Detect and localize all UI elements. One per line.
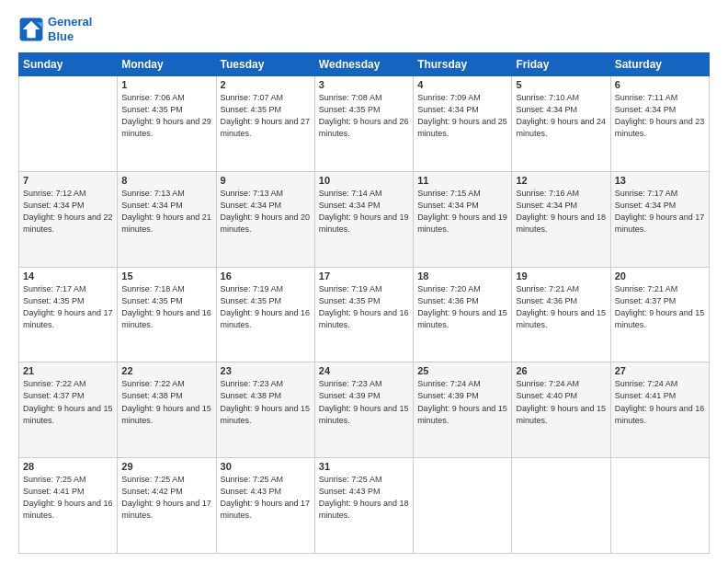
day-number: 25 [417, 365, 507, 376]
logo-icon [18, 17, 44, 42]
day-number: 11 [417, 175, 507, 186]
day-info: Sunrise: 7:13 AMSunset: 4:34 PMDaylight:… [121, 188, 211, 236]
day-info: Sunrise: 7:24 AMSunset: 4:40 PMDaylight:… [516, 378, 606, 426]
day-info: Sunrise: 7:21 AMSunset: 4:36 PMDaylight:… [516, 283, 606, 331]
calendar-cell: 17Sunrise: 7:19 AMSunset: 4:35 PMDayligh… [314, 267, 413, 362]
day-number: 7 [23, 175, 113, 186]
day-info: Sunrise: 7:19 AMSunset: 4:35 PMDaylight:… [221, 283, 311, 331]
calendar-cell: 16Sunrise: 7:19 AMSunset: 4:35 PMDayligh… [216, 267, 314, 362]
calendar-cell: 26Sunrise: 7:24 AMSunset: 4:40 PMDayligh… [512, 362, 610, 458]
day-info: Sunrise: 7:06 AMSunset: 4:35 PMDaylight:… [121, 92, 211, 140]
day-info: Sunrise: 7:18 AMSunset: 4:35 PMDaylight:… [121, 283, 211, 331]
calendar-cell: 6Sunrise: 7:11 AMSunset: 4:34 PMDaylight… [610, 76, 709, 172]
day-number: 10 [319, 175, 409, 186]
calendar-cell: 28Sunrise: 7:25 AMSunset: 4:41 PMDayligh… [19, 458, 118, 554]
day-info: Sunrise: 7:11 AMSunset: 4:34 PMDaylight:… [615, 92, 705, 140]
calendar-cell: 20Sunrise: 7:21 AMSunset: 4:37 PMDayligh… [610, 267, 709, 362]
day-number: 1 [121, 79, 211, 90]
weekday-header-monday: Monday [118, 53, 216, 76]
calendar-cell: 1Sunrise: 7:06 AMSunset: 4:35 PMDaylight… [118, 76, 216, 172]
day-number: 5 [516, 79, 606, 90]
day-info: Sunrise: 7:20 AMSunset: 4:36 PMDaylight:… [417, 283, 507, 331]
calendar-cell [610, 458, 709, 554]
calendar-cell: 21Sunrise: 7:22 AMSunset: 4:37 PMDayligh… [19, 362, 118, 458]
day-number: 3 [319, 79, 409, 90]
day-info: Sunrise: 7:24 AMSunset: 4:41 PMDaylight:… [615, 378, 705, 426]
week-row-5: 28Sunrise: 7:25 AMSunset: 4:41 PMDayligh… [19, 458, 710, 554]
weekday-header-sunday: Sunday [19, 53, 118, 76]
day-info: Sunrise: 7:22 AMSunset: 4:38 PMDaylight:… [121, 378, 211, 426]
day-number: 30 [221, 461, 311, 472]
day-info: Sunrise: 7:14 AMSunset: 4:34 PMDaylight:… [319, 188, 409, 236]
calendar: SundayMondayTuesdayWednesdayThursdayFrid… [18, 52, 710, 554]
day-number: 28 [23, 461, 113, 472]
calendar-cell: 3Sunrise: 7:08 AMSunset: 4:35 PMDaylight… [314, 76, 413, 172]
day-number: 13 [615, 175, 705, 186]
calendar-cell: 12Sunrise: 7:16 AMSunset: 4:34 PMDayligh… [512, 171, 610, 267]
day-number: 24 [319, 365, 409, 376]
calendar-cell: 10Sunrise: 7:14 AMSunset: 4:34 PMDayligh… [314, 171, 413, 267]
day-number: 15 [121, 270, 211, 282]
day-info: Sunrise: 7:10 AMSunset: 4:34 PMDaylight:… [516, 92, 606, 140]
calendar-cell: 8Sunrise: 7:13 AMSunset: 4:34 PMDaylight… [118, 171, 216, 267]
day-number: 19 [516, 270, 606, 282]
calendar-cell: 2Sunrise: 7:07 AMSunset: 4:35 PMDaylight… [216, 76, 314, 172]
day-number: 23 [221, 365, 311, 376]
calendar-cell: 23Sunrise: 7:23 AMSunset: 4:38 PMDayligh… [216, 362, 314, 458]
day-info: Sunrise: 7:12 AMSunset: 4:34 PMDaylight:… [23, 188, 113, 236]
day-info: Sunrise: 7:17 AMSunset: 4:35 PMDaylight:… [23, 283, 113, 331]
page: General Blue SundayMondayTuesdayWednesda… [0, 0, 728, 563]
day-info: Sunrise: 7:23 AMSunset: 4:39 PMDaylight:… [319, 378, 409, 426]
day-number: 14 [23, 270, 113, 282]
day-number: 4 [417, 79, 507, 90]
calendar-cell: 15Sunrise: 7:18 AMSunset: 4:35 PMDayligh… [118, 267, 216, 362]
calendar-cell: 29Sunrise: 7:25 AMSunset: 4:42 PMDayligh… [118, 458, 216, 554]
calendar-cell: 25Sunrise: 7:24 AMSunset: 4:39 PMDayligh… [414, 362, 512, 458]
day-info: Sunrise: 7:08 AMSunset: 4:35 PMDaylight:… [319, 92, 409, 140]
calendar-cell: 24Sunrise: 7:23 AMSunset: 4:39 PMDayligh… [314, 362, 413, 458]
calendar-cell: 30Sunrise: 7:25 AMSunset: 4:43 PMDayligh… [216, 458, 314, 554]
day-info: Sunrise: 7:13 AMSunset: 4:34 PMDaylight:… [221, 188, 311, 236]
calendar-cell [512, 458, 610, 554]
day-info: Sunrise: 7:21 AMSunset: 4:37 PMDaylight:… [615, 283, 705, 331]
calendar-cell: 22Sunrise: 7:22 AMSunset: 4:38 PMDayligh… [118, 362, 216, 458]
week-row-3: 14Sunrise: 7:17 AMSunset: 4:35 PMDayligh… [19, 267, 710, 362]
day-info: Sunrise: 7:25 AMSunset: 4:43 PMDaylight:… [221, 474, 311, 522]
day-info: Sunrise: 7:25 AMSunset: 4:43 PMDaylight:… [319, 474, 409, 522]
calendar-cell: 5Sunrise: 7:10 AMSunset: 4:34 PMDaylight… [512, 76, 610, 172]
day-number: 12 [516, 175, 606, 186]
calendar-cell [414, 458, 512, 554]
day-number: 9 [221, 175, 311, 186]
day-info: Sunrise: 7:15 AMSunset: 4:34 PMDaylight:… [417, 188, 507, 236]
weekday-header-saturday: Saturday [610, 53, 709, 76]
weekday-header-thursday: Thursday [414, 53, 512, 76]
week-row-4: 21Sunrise: 7:22 AMSunset: 4:37 PMDayligh… [19, 362, 710, 458]
week-row-2: 7Sunrise: 7:12 AMSunset: 4:34 PMDaylight… [19, 171, 710, 267]
day-info: Sunrise: 7:23 AMSunset: 4:38 PMDaylight:… [221, 378, 311, 426]
calendar-cell: 11Sunrise: 7:15 AMSunset: 4:34 PMDayligh… [414, 171, 512, 267]
day-number: 2 [221, 79, 311, 90]
day-number: 16 [221, 270, 311, 282]
day-number: 8 [121, 175, 211, 186]
logo-text: General Blue [48, 15, 92, 43]
calendar-cell: 14Sunrise: 7:17 AMSunset: 4:35 PMDayligh… [19, 267, 118, 362]
day-number: 17 [319, 270, 409, 282]
weekday-header-friday: Friday [512, 53, 610, 76]
calendar-cell: 7Sunrise: 7:12 AMSunset: 4:34 PMDaylight… [19, 171, 118, 267]
calendar-cell: 27Sunrise: 7:24 AMSunset: 4:41 PMDayligh… [610, 362, 709, 458]
day-info: Sunrise: 7:09 AMSunset: 4:34 PMDaylight:… [417, 92, 507, 140]
day-info: Sunrise: 7:19 AMSunset: 4:35 PMDaylight:… [319, 283, 409, 331]
day-info: Sunrise: 7:22 AMSunset: 4:37 PMDaylight:… [23, 378, 113, 426]
day-info: Sunrise: 7:24 AMSunset: 4:39 PMDaylight:… [417, 378, 507, 426]
calendar-cell: 13Sunrise: 7:17 AMSunset: 4:34 PMDayligh… [610, 171, 709, 267]
day-number: 29 [121, 461, 211, 472]
calendar-cell: 18Sunrise: 7:20 AMSunset: 4:36 PMDayligh… [414, 267, 512, 362]
weekday-header-row: SundayMondayTuesdayWednesdayThursdayFrid… [19, 53, 710, 76]
day-number: 6 [615, 79, 705, 90]
day-number: 18 [417, 270, 507, 282]
weekday-header-wednesday: Wednesday [314, 53, 413, 76]
week-row-1: 1Sunrise: 7:06 AMSunset: 4:35 PMDaylight… [19, 76, 710, 172]
calendar-cell: 31Sunrise: 7:25 AMSunset: 4:43 PMDayligh… [314, 458, 413, 554]
day-info: Sunrise: 7:07 AMSunset: 4:35 PMDaylight:… [221, 92, 311, 140]
day-number: 22 [121, 365, 211, 376]
